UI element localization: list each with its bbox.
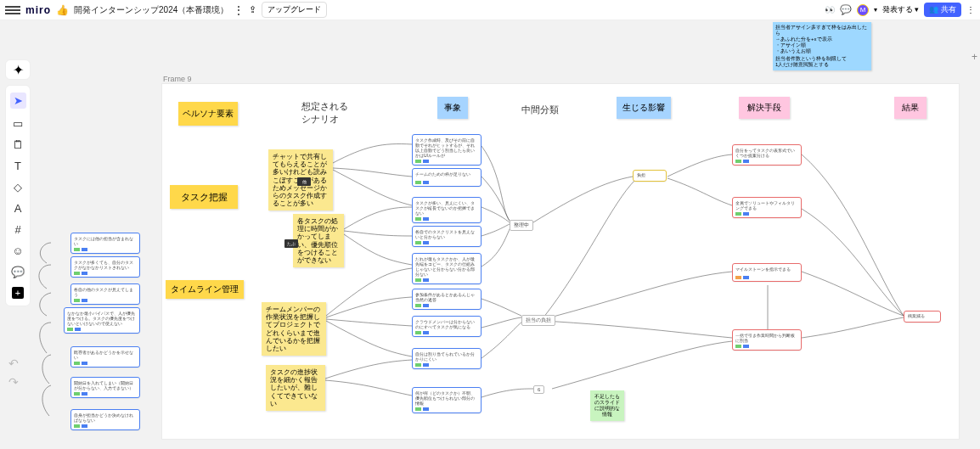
header-mid: 中間分類 — [521, 104, 559, 116]
event-card-2[interactable]: チームのための枠が足りない — [412, 168, 482, 187]
card-text: 自分は割り当てられているか分かりにくい — [415, 351, 475, 362]
note-line: ・アサイン順 — [775, 42, 869, 48]
cursor-tool-icon[interactable]: ➤ — [10, 93, 26, 109]
scenario-4[interactable]: タスクの進捗状況を細かく報告したいが、難しくてできていない — [266, 365, 325, 411]
shapes-tool-icon[interactable]: ◇ — [14, 181, 22, 194]
mid-tag-1[interactable]: 整理中 — [510, 220, 533, 231]
mid-tag-2[interactable]: 担当の負担 — [521, 315, 555, 326]
comments-icon[interactable]: 💬 — [840, 4, 852, 15]
upgrade-button[interactable]: アップグレード — [262, 2, 327, 18]
left-card-5[interactable]: 既存者があるかどうかを示せない — [70, 346, 140, 368]
frame-label: Frame 9 — [163, 75, 192, 83]
activity-icon[interactable]: ⋮ — [966, 5, 975, 14]
header-impact[interactable]: 生じる影響 — [617, 97, 671, 119]
present-button[interactable]: 発表する ▾ — [882, 4, 920, 15]
card-text: 自身が担当かどうか決めなければならない — [74, 413, 133, 423]
export-icon[interactable]: ⇪ — [249, 4, 256, 15]
header-persona[interactable]: ペルソナ要素 — [178, 102, 238, 126]
present-label: 発表する — [882, 5, 913, 14]
green-note[interactable]: 不足したものスライドに説明的な情報 — [590, 390, 624, 421]
sticky-timeline[interactable]: タイムライン管理 — [166, 280, 244, 299]
miro-logo[interactable]: miro — [25, 4, 51, 16]
share-button[interactable]: 👥 共有 — [924, 3, 961, 17]
card-text: タスクには他の担当が含まれない — [74, 236, 133, 246]
left-card-3[interactable]: 各自の他のタスクが見えてしまう — [70, 283, 140, 305]
more-vertical-icon[interactable]: ⋮ — [234, 4, 244, 16]
tool-rail: ➤ ▭ 🗒 T ◇ A # ☺ 💬 + — [5, 85, 31, 306]
card-text: 一括で引き作業時間から判断板に割当 — [735, 333, 795, 343]
header-solution[interactable]: 解決手段 — [739, 97, 790, 119]
left-card-6[interactable]: 開始日を入れてしまい（開始日が分からない、入力できない） — [70, 377, 140, 398]
note-line: 担当者アサイン多すぎて枠をはみ出したら — [775, 25, 869, 36]
share-label: 共有 — [941, 5, 956, 14]
user-avatar[interactable]: M — [857, 4, 869, 16]
card-text: 全員でソリュートやフィルタリングできる — [735, 200, 795, 210]
left-card-7[interactable]: 自身が担当かどうか決めなければならない — [70, 409, 140, 430]
card-text: タスクが多い、見えにくい、タスクが縦長でないのか把握できない — [415, 200, 475, 216]
card-text: タスク作成時、及びその前に自動でそれがヒットするが、それ以上自動でどう割当したら… — [415, 138, 475, 158]
collapse-panel-icon[interactable]: + — [972, 51, 977, 63]
sticky-task[interactable]: タスク把握 — [170, 185, 238, 209]
chevron-down-icon[interactable]: ▾ — [874, 6, 877, 14]
emoji-tool-icon[interactable]: ☺ — [12, 244, 23, 257]
pen-tool-icon[interactable]: A — [14, 202, 22, 215]
card-text: 参加条件があるとかあるんじゃ当然の返答 — [415, 292, 475, 302]
card-text: だれが最もタスクかか、人が最先端をコピー、タスクの仕組みじゃないと分からない分か… — [415, 256, 475, 277]
mid-tag-3[interactable]: 6 — [533, 385, 544, 394]
solution-4[interactable]: 一括で引き作業時間から判断板に割当 — [732, 329, 802, 351]
card-text: 残業減る — [908, 313, 925, 318]
sticky-note-top[interactable]: 担当者アサイン多すぎて枠をはみ出したら →あふれた分を+xで表示 ・アサイン順 … — [773, 22, 871, 70]
solution-3[interactable]: マイルストーンを指示できる — [732, 263, 802, 282]
scenario-3[interactable]: チームメンバーの作業状況を把握してプロジェクトでどれくらいまで進んでいるかを把握… — [262, 302, 326, 356]
sticky-tool-icon[interactable]: 🗒 — [13, 138, 24, 151]
chip-2[interactable]: たぶ — [284, 239, 298, 248]
undo-redo: ↶ ↷ — [8, 356, 19, 389]
solution-1[interactable]: 自分をってタスクの表形式でいくつか提案分ける — [732, 144, 802, 166]
card-text: なかなか最小バイパスで、人が優先度をつける。タスクの優先度をつけないといけないの… — [67, 311, 135, 326]
left-card-4[interactable]: なかなか最小バイパスで、人が優先度をつける。タスクの優先度をつけないといけないの… — [64, 307, 140, 334]
frame-tool-icon[interactable]: ▭ — [13, 117, 23, 130]
event-card-4[interactable]: 各自でのタスクリストを見えないと分からない — [412, 226, 482, 247]
tool-add[interactable]: ✦ — [5, 59, 31, 80]
note-line: 1人だけ随意閲覧とする — [775, 62, 869, 68]
event-card-3[interactable]: タスクが多い、見えにくい、タスクが縦長でないのか把握できない — [412, 197, 482, 223]
card-text: 各自の他のタスクが見えてしまう — [74, 287, 133, 297]
more-tool-icon[interactable]: + — [12, 287, 24, 299]
event-card-7[interactable]: クラウドメンバーは分からないのにすべてタスクが気になる — [412, 316, 482, 337]
menu-icon[interactable] — [5, 6, 20, 14]
card-text: クラウドメンバーは分からないのにすべてタスクが気になる — [415, 319, 475, 329]
undo-icon[interactable]: ↶ — [8, 356, 19, 370]
grid-tool-icon[interactable]: # — [14, 223, 20, 236]
card-text: チームのための枠が足りない — [415, 171, 470, 177]
card-text: 自分をってタスクの表形式でいくつか提案分ける — [735, 148, 795, 158]
scenario-2[interactable]: 各タスクの処理に時間がかかってしまい、優先順位をつけることができない — [293, 214, 344, 267]
left-card-2[interactable]: タスクが多くても、自分のタスクがなかなかリストされない — [70, 256, 140, 278]
left-card-1[interactable]: タスクには他の担当が含まれない — [70, 233, 140, 254]
header-event[interactable]: 事象 — [437, 97, 468, 119]
card-text: 何が何（どのタスクか）不明、優先順位もつけられない部分の情報 — [415, 390, 475, 406]
top-toolbar: miro 👍 開発インターンシップ2024（本番環境） ⋮ ⇪ アップグレード … — [0, 0, 980, 20]
card-text: マイルストーンを指示できる — [735, 267, 791, 272]
thumbs-up-icon[interactable]: 👍 — [56, 4, 69, 16]
result-card[interactable]: 残業減る — [904, 311, 941, 323]
redo-icon[interactable]: ↷ — [8, 375, 19, 389]
board-title[interactable]: 開発インターンシップ2024（本番環境） — [74, 4, 228, 16]
card-text: タスクが多くても、自分のタスクがなかなかリストされない — [74, 260, 133, 270]
note-line: ・あいうえお順 — [775, 48, 869, 54]
event-card-1[interactable]: タスク作成時、及びその前に自動でそれがヒットするが、それ以上自動でどう割当したら… — [412, 134, 482, 166]
board-canvas[interactable]: Frame 9 ペルソナ要素 想定される シナリオ 事象 中間分類 生じる影響 … — [0, 0, 980, 449]
text-tool-icon[interactable]: T — [14, 160, 21, 172]
event-card-5[interactable]: だれが最もタスクかか、人が最先端をコピー、タスクの仕組みじゃないと分からない分か… — [412, 253, 482, 284]
card-text: 各自でのタスクリストを見えないと分からない — [415, 229, 475, 239]
comment-tool-icon[interactable]: 💬 — [11, 266, 25, 278]
header-result[interactable]: 結果 — [894, 97, 926, 119]
impact-card[interactable]: 負担 — [633, 170, 667, 182]
card-text: 開始日を入れてしまい（開始日が分からない、入力できない） — [74, 380, 133, 390]
event-card-6[interactable]: 参加条件があるとかあるんじゃ当然の返答 — [412, 289, 482, 310]
event-card-8[interactable]: 自分は割り当てられているか分かりにくい — [412, 348, 482, 369]
solution-2[interactable]: 全員でソリュートやフィルタリングできる — [732, 197, 802, 218]
reactions-icon[interactable]: 👀 — [825, 5, 835, 14]
chip-1[interactable]: 他 — [297, 177, 311, 186]
event-card-9[interactable]: 何が何（どのタスクか）不明、優先順位もつけられない部分の情報 — [412, 387, 482, 413]
note-line: →あふれた分を+xで表示 — [775, 36, 869, 42]
